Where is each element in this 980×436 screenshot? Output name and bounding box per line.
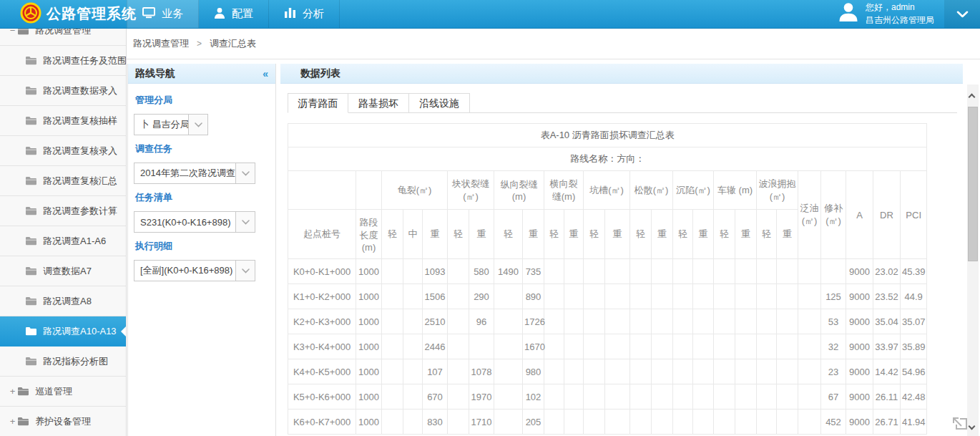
field-survey-task: 调查任务2014年第二次路况调查 — [134, 142, 270, 184]
expand-node-icon[interactable]: + — [8, 416, 17, 427]
folder-icon — [25, 236, 37, 246]
scroll-up-arrow[interactable] — [969, 94, 976, 101]
sidebar-item-4[interactable]: 路况调查复核录入 — [0, 136, 126, 166]
table-cell — [544, 359, 564, 384]
top-tab-label: 业务 — [162, 7, 183, 21]
tab-roadbed-damage[interactable]: 路基损坏 — [348, 93, 409, 113]
table-cell — [673, 259, 693, 284]
table-cell — [564, 384, 584, 410]
table-cell — [798, 384, 821, 410]
header-spacer-cell — [288, 171, 356, 210]
folder-icon — [25, 146, 37, 155]
table-cell: 67 — [821, 384, 846, 410]
survey-task-select[interactable]: 2014年第二次路况调查 — [134, 163, 255, 184]
table-cell: 290 — [469, 284, 494, 309]
table-cell — [757, 359, 777, 384]
table-cell: 23.02 — [873, 259, 901, 284]
table-cell: 45.39 — [901, 259, 927, 284]
top-nav: 公路管理系统 业务配置分析 您好，admin 昌吉州公路管理局 — [0, 0, 980, 29]
table-cell — [714, 259, 735, 284]
data-panel-body: 沥青路面路基损坏沿线设施 表A-10 沥青路面损坏调查汇总表路线名称：方向：龟裂… — [280, 84, 963, 436]
chevron-down-icon[interactable] — [188, 115, 207, 135]
top-tab-config[interactable]: 配置 — [199, 0, 269, 28]
sidebar-item-9[interactable]: 路况调查A8 — [0, 286, 126, 316]
table-cell: 26.11 — [873, 384, 901, 410]
table-cell — [630, 284, 652, 309]
management-branch-label: 管理分局 — [135, 94, 270, 107]
chevron-down-icon[interactable] — [235, 261, 255, 281]
table-cell — [382, 259, 403, 284]
content-area: 路况调查管理>调查汇总表 路线导航 « 管理分局卜 昌吉分局调查任务2014年第… — [127, 29, 980, 436]
table-cell: 9000 — [846, 410, 873, 435]
table-cell — [564, 410, 584, 435]
management-branch-select[interactable]: 卜 昌吉分局 — [134, 114, 208, 135]
execution-detail-select[interactable]: [全副](K0+0-K16+898) — [134, 260, 255, 281]
user-menu-toggle[interactable] — [944, 0, 980, 28]
table-cell: 1078 — [469, 359, 494, 384]
chevron-down-icon[interactable] — [235, 212, 255, 232]
table-cell — [735, 410, 757, 435]
breadcrumb-item-0[interactable]: 路况调查管理 — [133, 37, 189, 50]
sidebar-item-3[interactable]: 路况调查复核抽样 — [0, 106, 126, 136]
user-info[interactable]: 您好，admin 昌吉州公路管理局 — [828, 0, 944, 28]
table-cell — [757, 259, 777, 284]
tab-roadside-facilities[interactable]: 沿线设施 — [409, 93, 470, 113]
sidebar-item-13[interactable]: +养护设备管理 — [0, 407, 126, 436]
tab-asphalt-pavement[interactable]: 沥青路面 — [288, 93, 348, 113]
report-table-head: 表A-10 沥青路面损坏调查汇总表路线名称：方向：龟裂(㎡)块状裂缝(㎡)纵向裂… — [288, 124, 927, 259]
sidebar-item-11[interactable]: 路况指标分析图 — [0, 347, 126, 377]
header-group-cell: 纵向裂缝(m) — [494, 171, 544, 210]
table-cell: 9000 — [846, 259, 873, 284]
folder-icon — [17, 417, 29, 426]
scroll-thumb[interactable] — [968, 107, 978, 261]
sidebar-item-5[interactable]: 路况调查复核汇总 — [0, 166, 126, 196]
sidebar-item-6[interactable]: 路况调查参数计算 — [0, 196, 126, 226]
header-severity-cell: 轻 — [382, 210, 403, 259]
task-list-select[interactable]: S231(K0+0-K16+898) — [134, 211, 255, 233]
sidebar-item-2[interactable]: 路况调查数据录入 — [0, 76, 126, 106]
table-cell: 980 — [523, 359, 544, 384]
table-cell: K0+0-K1+000 — [288, 259, 356, 284]
sidebar-item-10[interactable]: 路况调查A10-A13 — [0, 316, 126, 347]
folder-icon — [17, 29, 29, 35]
sidebar-item-7[interactable]: 路况调查A1-A6 — [0, 226, 126, 256]
table-cell: 1000 — [356, 359, 382, 384]
sidebar-item-label: 路况调查任务及范围 — [43, 54, 127, 67]
popout-icon[interactable] — [950, 410, 970, 432]
table-cell — [777, 359, 798, 384]
table-cell — [798, 334, 821, 359]
table-cell — [693, 334, 714, 359]
table-cell — [448, 359, 469, 384]
table-cell — [693, 309, 714, 334]
table-cell — [544, 384, 564, 410]
header-spacer-cell — [356, 171, 382, 210]
user-greeting: 您好，admin — [866, 1, 934, 14]
top-tab-analysis[interactable]: 分析 — [269, 0, 340, 28]
chevron-down-icon[interactable] — [235, 163, 255, 183]
table-cell: 53 — [821, 309, 846, 334]
expand-node-icon[interactable]: + — [8, 386, 17, 397]
folder-icon — [25, 206, 37, 215]
collapse-panel-icon[interactable]: « — [263, 68, 268, 79]
table-cell: 14.42 — [873, 359, 901, 384]
page-scrollbar[interactable] — [967, 84, 979, 436]
report-table-body: K0+0-K1+000100010935801490735900023.0245… — [288, 259, 927, 435]
table-cell — [564, 309, 584, 334]
collapse-node-icon[interactable]: − — [8, 29, 17, 36]
sidebar-item-1[interactable]: 路况调查任务及范围 — [0, 46, 126, 76]
header-severity-cell: 中 — [403, 210, 423, 259]
table-cell: 1726 — [523, 309, 544, 334]
table-row-1: K1+0-K2+00010001506290890125900023.5244.… — [288, 284, 927, 309]
table-cell — [652, 309, 673, 334]
top-tab-business[interactable]: 业务 — [127, 0, 199, 28]
sidebar-item-12[interactable]: +巡道管理 — [0, 377, 126, 407]
table-cell — [630, 384, 652, 410]
table-cell: 670 — [423, 384, 448, 410]
sidebar-item-8[interactable]: 调查数据A7 — [0, 256, 126, 286]
table-cell: 580 — [469, 259, 494, 284]
table-cell — [584, 284, 605, 309]
sidebar-item-0[interactable]: −路况调查管理 — [0, 29, 126, 46]
table-cell: 9000 — [846, 384, 873, 410]
table-cell — [673, 359, 693, 384]
header-severity-cell: 重 — [564, 210, 584, 259]
